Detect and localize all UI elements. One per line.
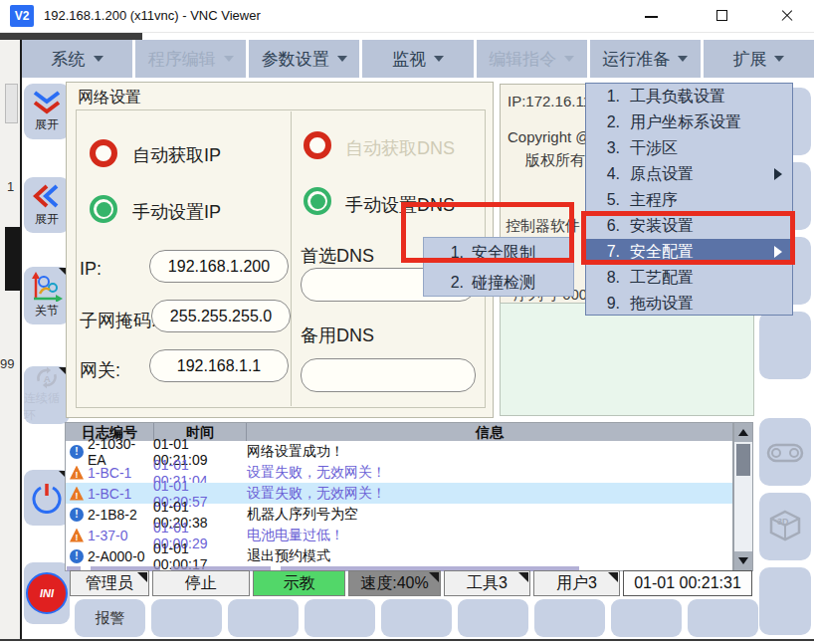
window-title: 192.168.1.200 (x11vnc) - VNC Viewer — [44, 8, 261, 23]
info-icon: ! — [70, 549, 84, 563]
bottom-button-8[interactable] — [611, 599, 682, 637]
chevron-down-icon — [678, 56, 688, 62]
radio-auto-dns-label: 自动获取DNS — [345, 136, 455, 160]
radio-auto-ip-label: 自动获取IP — [132, 143, 221, 167]
chevron-down-icon — [224, 56, 234, 62]
corner-mark-icon — [429, 572, 439, 582]
menu-edit-command: 编辑指令 — [477, 40, 587, 78]
bottom-button-7[interactable] — [534, 599, 605, 637]
chevron-down-icon — [774, 56, 784, 62]
menu-item-tool-load[interactable]: 1.工具负载设置 — [586, 84, 792, 109]
warning-icon: ! — [70, 487, 84, 501]
status-user-role[interactable]: 管理员 — [70, 570, 149, 596]
menu-item-origin-settings[interactable]: 4.原点设置 — [586, 161, 792, 187]
triangle-up-icon — [738, 429, 748, 436]
alarm-button[interactable]: 报警 — [75, 599, 145, 637]
run-preparation-dropdown: 1.工具负载设置 2.用户坐标系设置 3.干涉区 4.原点设置 5.主程序 6.… — [585, 83, 793, 316]
expand-down-button[interactable]: 展开 — [24, 84, 70, 139]
status-teach-mode[interactable]: 示教 — [253, 570, 345, 596]
game-controller-icon — [764, 437, 806, 467]
scroll-down-button[interactable] — [734, 551, 752, 570]
controller-ip-text: IP:172.16.11 — [508, 93, 591, 109]
maximize-button[interactable] — [701, 0, 746, 32]
3d-cube-icon: 3D — [765, 509, 805, 544]
log-row[interactable]: ! 2-A000-001-01 00:00:17退出预约模式 — [66, 545, 732, 566]
bottom-button-6[interactable] — [458, 599, 528, 637]
menu-parameter-settings[interactable]: 参数设置 — [249, 40, 359, 78]
minimize-icon — [645, 16, 658, 18]
power-button[interactable] — [24, 470, 70, 526]
triangle-down-icon — [738, 557, 748, 564]
gateway-input[interactable] — [149, 349, 289, 382]
corner-mark-icon — [518, 572, 528, 582]
bottom-button-9[interactable] — [688, 599, 758, 637]
chevron-down-icon — [94, 56, 103, 62]
vnc-logo-icon: V2 — [10, 5, 34, 27]
log-table: 日志编号 时间 信息 ! 2-1030-EA01-01 00:21:09网络设置… — [65, 422, 733, 571]
status-stop[interactable]: 停止 — [152, 570, 250, 596]
close-button[interactable] — [764, 0, 810, 32]
panel-title: 网络设置 — [78, 88, 141, 108]
menu-item-main-program[interactable]: 5.主程序 — [586, 187, 792, 213]
menu-run-preparation[interactable]: 运行准备 — [590, 40, 701, 78]
submenu-arrow-icon — [774, 168, 782, 180]
ini-button[interactable]: INI — [24, 562, 70, 624]
right-sidebar-button-4[interactable] — [759, 312, 811, 379]
menu-extension[interactable]: 扩展 — [704, 40, 814, 78]
remote-screen-bottom-border — [0, 639, 814, 641]
panel-divider — [291, 111, 292, 406]
log-header-message: 信息 — [247, 423, 732, 441]
menu-program-edit: 程序编辑 — [135, 40, 246, 78]
desktop-strip — [0, 33, 142, 40]
menu-item-drag-settings[interactable]: 9.拖动设置 — [586, 291, 792, 317]
copyright-text: Copyright @ — [508, 128, 591, 145]
scrollbar-thumb[interactable] — [736, 444, 750, 476]
corner-mark-icon — [608, 572, 618, 582]
maximize-icon — [716, 10, 727, 21]
scroll-up-button[interactable] — [734, 423, 752, 442]
bottom-button-5[interactable] — [381, 599, 452, 637]
joint-label: 关节 — [35, 303, 59, 320]
log-scrollbar[interactable] — [733, 422, 753, 571]
status-tool[interactable]: 工具3 — [444, 570, 530, 596]
info-icon: ! — [70, 445, 84, 459]
subnet-input[interactable] — [151, 300, 291, 332]
ip-input[interactable] — [149, 250, 289, 283]
radio-manual-dns[interactable] — [304, 187, 331, 215]
menu-monitor[interactable]: 监视 — [362, 40, 473, 78]
remote-screen-border — [20, 40, 22, 641]
backup-dns-label: 备用DNS — [301, 323, 374, 347]
continuous-cycle-label: 连续循环 — [24, 390, 70, 424]
menu-item-process-config[interactable]: 8.工艺配置 — [586, 265, 792, 291]
chevron-down-icon — [434, 56, 444, 62]
cycle-a-icon: A — [32, 366, 62, 389]
title-bar: V2 192.168.1.200 (x11vnc) - VNC Viewer — [0, 0, 814, 33]
corner-mark-icon — [137, 572, 147, 582]
joint-mode-button[interactable]: 关节 — [24, 267, 70, 324]
annotation-box-safety-limit — [401, 202, 574, 263]
expand-left-button[interactable]: 展开 — [24, 177, 70, 233]
expand-down-label: 展开 — [35, 116, 59, 133]
chevron-down-icon — [337, 56, 347, 62]
svg-text:A: A — [44, 373, 51, 384]
minimize-button[interactable] — [629, 0, 675, 32]
radio-manual-ip[interactable] — [90, 195, 117, 223]
annotation-box-safety-config — [581, 211, 795, 265]
view-3d-button[interactable]: 3D — [759, 493, 811, 560]
menu-item-interference-zone[interactable]: 3.干涉区 — [586, 135, 792, 161]
status-speed[interactable]: 速度:40% — [348, 570, 441, 596]
menu-system[interactable]: 系统 — [22, 40, 132, 78]
backup-dns-input[interactable] — [301, 358, 476, 392]
submenu-item-collision-detect[interactable]: 2.碰撞检测 — [424, 268, 573, 298]
radio-auto-dns[interactable] — [304, 131, 331, 159]
radio-auto-ip[interactable] — [90, 139, 117, 167]
warning-icon: ! — [70, 466, 84, 480]
status-user-frame[interactable]: 用户3 — [533, 570, 620, 596]
bottom-button-2[interactable] — [151, 599, 222, 637]
bottom-button-3[interactable] — [228, 599, 299, 637]
controller-panel-button[interactable] — [759, 418, 811, 486]
bottom-button-4[interactable] — [305, 599, 375, 637]
menu-item-user-coords[interactable]: 2.用户坐标系设置 — [586, 109, 792, 135]
gateway-label: 网关: — [80, 358, 120, 382]
right-sidebar-button-7[interactable] — [759, 567, 811, 635]
